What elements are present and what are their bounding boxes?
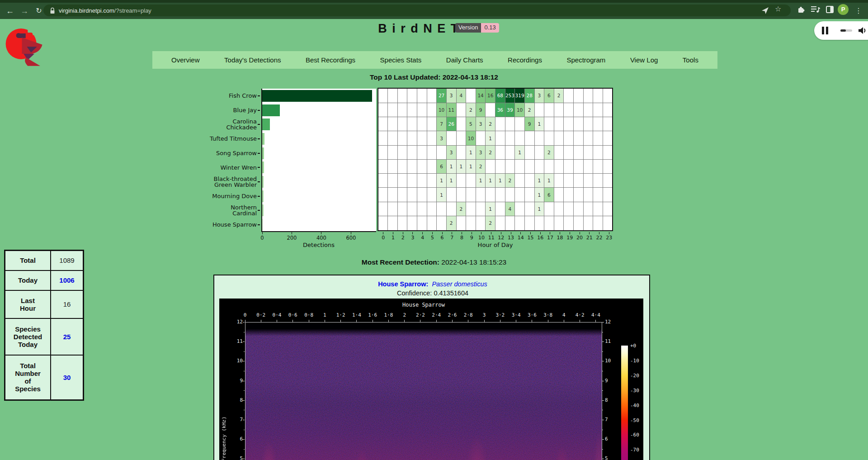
url-bar[interactable]: virginia.birdnetpi.com/?stream=play ☆	[43, 5, 791, 16]
profile-avatar[interactable]: P	[838, 4, 849, 15]
hour-axis-tick-label: 0	[379, 235, 388, 241]
seek-bar[interactable]	[840, 29, 852, 32]
heatmap-cell	[388, 216, 398, 231]
heatmap-row: 313212	[378, 145, 613, 159]
heatmap-cell	[603, 88, 613, 103]
hour-axis-tick-label: 6	[438, 235, 447, 241]
heatmap-cell	[593, 159, 603, 173]
heatmap-cell	[378, 216, 388, 231]
spec-x-tick-label: 1·6	[366, 312, 379, 318]
extensions-icon[interactable]	[797, 6, 805, 13]
heatmap-cell	[397, 131, 407, 145]
heatmap-cell	[505, 145, 515, 159]
heatmap-cell: 16	[486, 88, 495, 103]
heatmap-cell	[544, 159, 554, 173]
species-axis-tick	[258, 95, 260, 96]
heatmap-cell: 1	[446, 159, 456, 173]
nav-item-overview[interactable]: Overview	[171, 56, 200, 64]
spec-y-tick-right	[602, 322, 604, 322]
spec-y-minor-tick-right	[602, 410, 603, 410]
spec-x-tick-label: 4·4	[589, 312, 603, 318]
forward-icon[interactable]: →	[18, 3, 31, 19]
heatmap-cell: 1	[466, 159, 476, 173]
heatmap-cell	[603, 174, 613, 188]
hour-axis-tick	[393, 232, 393, 234]
top10-chart: Fish CrowBlue JayCarolina ChickadeeTufte…	[180, 86, 627, 260]
hour-axis-tick-label: 22	[594, 235, 604, 241]
nav-item-view-log[interactable]: View Log	[630, 56, 658, 64]
heatmap-cell	[603, 117, 613, 131]
detection-bar	[262, 190, 264, 202]
heatmap-cell: 9	[524, 117, 534, 131]
stat-value-link[interactable]: 25	[51, 318, 84, 355]
colorbar-tick-label: -50	[630, 417, 644, 423]
heatmap-cell: 5	[466, 117, 476, 131]
heatmap-cell: 1	[534, 117, 544, 131]
nav-item-tools[interactable]: Tools	[683, 56, 698, 64]
stats-table-inner: Total1089Today1006Last Hour16Species Det…	[4, 250, 84, 401]
nav-item-daily-charts[interactable]: Daily Charts	[446, 56, 483, 64]
detection-panel: House Sparrow: Passer domesticus Confide…	[213, 275, 650, 460]
heatmap-cell	[554, 131, 564, 145]
bar-axis-tick-label: 0	[255, 235, 269, 241]
menu-dots-icon[interactable]: ⋮	[852, 3, 865, 19]
heatmap-cell	[544, 202, 554, 216]
spec-y-minor-tick-right	[602, 351, 603, 352]
spec-y-minor-tick-right	[602, 449, 603, 450]
heatmap-cell: 3	[534, 88, 544, 103]
spec-x-tick	[309, 320, 309, 322]
bar-axis-tick-label: 200	[285, 235, 298, 241]
bookmark-star-icon[interactable]: ☆	[775, 5, 781, 13]
detection-bar	[262, 176, 264, 188]
spec-x-tick	[516, 320, 516, 322]
spec-x-tick-label: 3·8	[541, 312, 555, 318]
audio-player[interactable]	[814, 21, 868, 40]
heatmap-cell: 2	[544, 145, 554, 159]
hour-axis-tick	[412, 232, 413, 234]
stat-value-link[interactable]: 1006	[51, 270, 84, 290]
hour-axis-tick	[383, 232, 383, 234]
species-axis-tick	[258, 196, 260, 197]
spec-x-tick	[356, 320, 357, 322]
page-title: B i r d N E T - P i	[0, 22, 868, 36]
detection-species-link[interactable]: House Sparrow:	[378, 280, 428, 288]
back-icon[interactable]: ←	[4, 3, 16, 19]
volume-icon[interactable]	[858, 26, 867, 35]
frequency-axis-label: Frequency (kHz)	[221, 344, 227, 460]
heatmap-cell	[417, 117, 427, 131]
spec-x-tick	[373, 320, 373, 322]
heatmap-cell	[564, 216, 574, 231]
heatmap-cell	[417, 159, 427, 173]
species-label: House Sparrow	[180, 218, 257, 232]
heatmap-row: 116	[378, 188, 613, 202]
heatmap-cell	[466, 188, 476, 202]
spec-x-tick	[261, 320, 261, 322]
detection-scientific-name[interactable]: Passer domesticus	[432, 280, 487, 288]
heatmap-cell	[427, 174, 437, 188]
nav-item-best-recordings[interactable]: Best Recordings	[306, 56, 355, 64]
send-icon[interactable]	[761, 7, 769, 15]
stat-value-link[interactable]: 30	[51, 355, 84, 400]
pause-icon[interactable]	[822, 27, 828, 34]
heatmap-cell	[427, 88, 437, 103]
media-controls-icon[interactable]	[811, 6, 820, 13]
heatmap-cell	[544, 131, 554, 145]
side-panel-icon[interactable]	[826, 6, 834, 13]
heatmap-cell	[388, 174, 398, 188]
heatmap-cell	[456, 131, 466, 145]
colorbar-tick-label: -70	[630, 447, 644, 453]
nav-item-species-stats[interactable]: Species Stats	[380, 56, 422, 64]
nav-item-spectrogram[interactable]: Spectrogram	[566, 56, 605, 64]
nav-item-recordings[interactable]: Recordings	[508, 56, 542, 64]
species-label: Black-throated Green Warbler	[180, 175, 257, 189]
spec-y-tick-right	[602, 420, 604, 420]
heatmap-cell	[554, 216, 564, 231]
heatmap-cell: 10	[437, 103, 447, 117]
spec-x-tick-label: 0	[238, 312, 252, 318]
nav-item-today-s-detections[interactable]: Today's Detections	[224, 56, 281, 64]
hour-axis-tick	[609, 232, 609, 234]
spec-x-tick	[292, 320, 293, 322]
spec-y-tick-right	[602, 341, 604, 342]
heatmap-cell	[515, 216, 525, 231]
species-axis-tick	[258, 153, 260, 154]
